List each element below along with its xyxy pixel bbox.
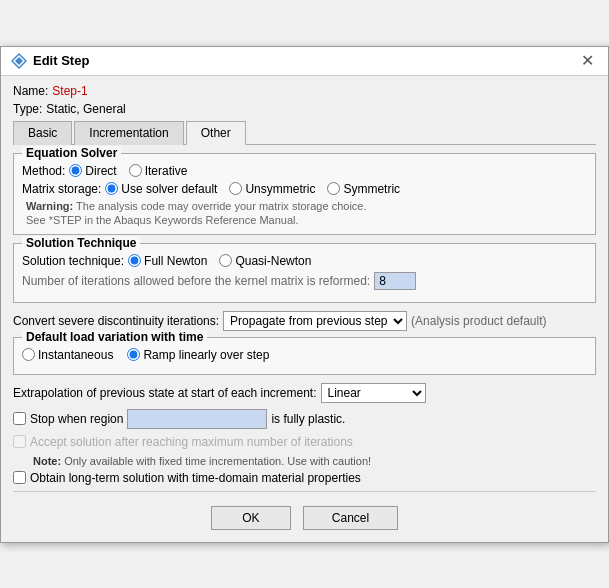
tab-other[interactable]: Other [186, 121, 246, 145]
tab-basic[interactable]: Basic [13, 121, 72, 145]
tab-content-other: Equation Solver Method: Direct Iterative [13, 145, 596, 485]
cancel-button[interactable]: Cancel [303, 506, 398, 530]
method-direct-radio[interactable] [69, 164, 82, 177]
instantaneous-text: Instantaneous [38, 348, 113, 362]
stop-region-label1: Stop when region [30, 412, 123, 426]
method-row: Method: Direct Iterative [22, 164, 587, 178]
iterations-row: Number of iterations allowed before the … [22, 272, 587, 290]
accept-solution-row: Accept solution after reaching maximum n… [13, 435, 596, 449]
equation-solver-group: Equation Solver Method: Direct Iterative [13, 153, 596, 235]
close-button[interactable]: ✕ [577, 53, 598, 69]
solution-technique-content: Solution technique: Full Newton Quasi-Ne… [22, 254, 587, 290]
matrix-row: Matrix storage: Use solver default Unsym… [22, 182, 587, 196]
load-variation-row: Instantaneous Ramp linearly over step [22, 348, 587, 362]
iterations-label: Number of iterations allowed before the … [22, 274, 370, 288]
matrix-symmetric-radio[interactable] [327, 182, 340, 195]
instantaneous-radio[interactable] [22, 348, 35, 361]
convert-dropdown[interactable]: Propagate from previous step Do not allo… [223, 311, 407, 331]
separator [13, 491, 596, 492]
matrix-label: Matrix storage: [22, 182, 101, 196]
method-iterative-radio[interactable] [129, 164, 142, 177]
dialog-title: Edit Step [33, 53, 89, 68]
type-value: Static, General [46, 102, 125, 116]
name-value: Step-1 [52, 84, 87, 98]
equation-solver-content: Method: Direct Iterative Matrix storage: [22, 164, 587, 226]
default-load-group: Default load variation with time Instant… [13, 337, 596, 375]
obtain-checkbox[interactable] [13, 471, 26, 484]
extrapolation-label: Extrapolation of previous state at start… [13, 386, 317, 400]
svg-marker-1 [15, 57, 23, 65]
iterations-input[interactable] [374, 272, 416, 290]
method-label: Method: [22, 164, 65, 178]
extrapolation-dropdown[interactable]: Linear Parabolic None Velocity-based [321, 383, 426, 403]
method-direct-label[interactable]: Direct [69, 164, 116, 178]
stop-region-label2: is fully plastic. [271, 412, 345, 426]
accept-solution-label: Accept solution after reaching maximum n… [30, 435, 353, 449]
full-newton-radio[interactable] [128, 254, 141, 267]
tab-bar: Basic Incrementation Other [13, 120, 596, 145]
dialog-body: Name: Step-1 Type: Static, General Basic… [1, 76, 608, 542]
solution-technique-title: Solution Technique [22, 236, 140, 250]
method-iterative-text: Iterative [145, 164, 188, 178]
warning-row2: See *STEP in the Abaqus Keywords Referen… [22, 214, 587, 226]
default-load-title: Default load variation with time [22, 330, 207, 344]
name-label: Name: [13, 84, 48, 98]
button-row: OK Cancel [13, 500, 596, 534]
note-text: Only available with fixed time increment… [64, 455, 371, 467]
title-bar-left: Edit Step [11, 53, 89, 69]
matrix-symmetric-text: Symmetric [343, 182, 400, 196]
matrix-unsymmetric-label[interactable]: Unsymmetric [229, 182, 315, 196]
note-row: Note: Only available with fixed time inc… [13, 455, 596, 467]
ramp-radio[interactable] [127, 348, 140, 361]
matrix-symmetric-label[interactable]: Symmetric [327, 182, 400, 196]
default-load-content: Instantaneous Ramp linearly over step [22, 348, 587, 362]
step-icon [11, 53, 27, 69]
obtain-row: Obtain long-term solution with time-doma… [13, 471, 596, 485]
quasi-newton-text: Quasi-Newton [235, 254, 311, 268]
convert-row: Convert severe discontinuity iterations:… [13, 311, 596, 331]
warning-label: Warning: [26, 200, 73, 212]
type-row: Type: Static, General [13, 102, 596, 116]
matrix-default-text: Use solver default [121, 182, 217, 196]
instantaneous-label[interactable]: Instantaneous [22, 348, 113, 362]
technique-label: Solution technique: [22, 254, 124, 268]
type-label: Type: [13, 102, 42, 116]
ramp-text: Ramp linearly over step [143, 348, 269, 362]
edit-step-dialog: Edit Step ✕ Name: Step-1 Type: Static, G… [0, 46, 609, 543]
equation-solver-title: Equation Solver [22, 146, 121, 160]
warning-row: Warning: The analysis code may override … [22, 200, 587, 212]
stop-region-input[interactable] [127, 409, 267, 429]
accept-solution-checkbox[interactable] [13, 435, 26, 448]
full-newton-text: Full Newton [144, 254, 207, 268]
method-iterative-label[interactable]: Iterative [129, 164, 188, 178]
title-bar: Edit Step ✕ [1, 47, 608, 76]
tab-incrementation[interactable]: Incrementation [74, 121, 183, 145]
method-direct-text: Direct [85, 164, 116, 178]
ramp-label[interactable]: Ramp linearly over step [127, 348, 269, 362]
warning-text1: The analysis code may override your matr… [76, 200, 366, 212]
technique-row: Solution technique: Full Newton Quasi-Ne… [22, 254, 587, 268]
note-label: Note: [33, 455, 61, 467]
matrix-unsymmetric-radio[interactable] [229, 182, 242, 195]
convert-suffix: (Analysis product default) [411, 314, 546, 328]
extrapolation-row: Extrapolation of previous state at start… [13, 383, 596, 403]
stop-region-checkbox[interactable] [13, 412, 26, 425]
matrix-default-label[interactable]: Use solver default [105, 182, 217, 196]
solution-technique-group: Solution Technique Solution technique: F… [13, 243, 596, 303]
matrix-default-radio[interactable] [105, 182, 118, 195]
warning-text2: See *STEP in the Abaqus Keywords Referen… [26, 214, 299, 226]
stop-region-row: Stop when region is fully plastic. [13, 409, 596, 429]
matrix-unsymmetric-text: Unsymmetric [245, 182, 315, 196]
ok-button[interactable]: OK [211, 506, 291, 530]
quasi-newton-label[interactable]: Quasi-Newton [219, 254, 311, 268]
name-row: Name: Step-1 [13, 84, 596, 98]
full-newton-label[interactable]: Full Newton [128, 254, 207, 268]
quasi-newton-radio[interactable] [219, 254, 232, 267]
convert-label: Convert severe discontinuity iterations: [13, 314, 219, 328]
obtain-label: Obtain long-term solution with time-doma… [30, 471, 361, 485]
